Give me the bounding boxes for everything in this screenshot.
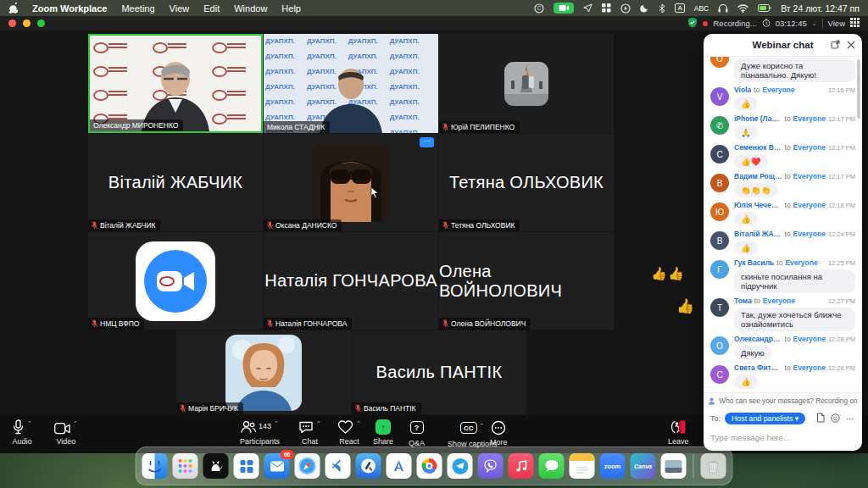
menu-view[interactable]: View [170, 3, 190, 14]
more-options-icon[interactable]: ⋯ [846, 414, 855, 424]
dock-launchpad[interactable] [173, 453, 198, 479]
menu-window[interactable]: Window [234, 3, 267, 14]
dock-cat-app[interactable] [203, 453, 229, 479]
close-chat-icon[interactable] [847, 37, 855, 53]
avatar: Ю [710, 202, 729, 221]
video-tile-olkhovyk[interactable]: Тетяна ОЛЬХОВИК Тетяна ОЛЬХОВИК [439, 134, 614, 231]
video-tile-pelypenko[interactable]: Юрій ПЕЛИПЕНКО [439, 34, 614, 133]
video-tile-danysko[interactable]: ⋯ Ок [264, 134, 438, 231]
dock-xcode[interactable] [356, 453, 381, 479]
status-play-circle-icon[interactable] [620, 3, 631, 14]
security-shield-icon[interactable] [687, 17, 698, 30]
status-moon-icon[interactable] [640, 3, 649, 13]
chat-button[interactable]: ⌃ Chat [298, 419, 321, 446]
menu-help[interactable]: Help [281, 3, 301, 14]
view-grid-icon[interactable] [850, 18, 860, 29]
chat-title: Webinar chat [753, 40, 814, 50]
participants-button[interactable]: 143 ⌃ Participants [240, 419, 280, 446]
video-caret-icon[interactable]: ⌃ [73, 419, 78, 428]
dock-messages[interactable] [539, 453, 565, 479]
message-bubble: Так, дуже хочеться ближче ознайомитись [734, 308, 855, 331]
to-label: To: [710, 414, 721, 423]
close-window-button[interactable] [8, 19, 16, 27]
chat-input[interactable]: Type message here... [704, 426, 862, 451]
video-button[interactable]: ⌃ Video [54, 419, 78, 446]
leave-button[interactable]: Leave [668, 419, 689, 446]
video-tile-stadnik[interactable]: ДУАПХП.ДУАПХП.ДУАПХП.ДУАПХП.ДУАПХП.ДУАПХ… [264, 34, 438, 133]
captions-icon: CC [460, 422, 477, 434]
captions-caret-icon[interactable]: ⌃ [480, 422, 485, 430]
recipient-selector[interactable]: Host and panelists ▾ [725, 413, 805, 424]
dock-music[interactable] [509, 453, 534, 479]
avatar: V [710, 87, 729, 106]
video-tile-mironenko[interactable]: Олександр МИРОНЕНКО [88, 34, 263, 133]
dock-windows-app[interactable] [234, 453, 259, 479]
camera-active-indicator-icon[interactable] [554, 3, 574, 14]
timer-caret-icon[interactable]: ⌄ [812, 20, 817, 27]
video-tile-zhabchyk[interactable]: Віталій ЖАБЧИК Віталій ЖАБЧИК [88, 134, 263, 231]
participants-icon [241, 419, 256, 435]
menu-app-name[interactable]: Zoom Workplace [32, 3, 107, 14]
dock-notes[interactable] [570, 453, 595, 479]
video-tile-pantik[interactable]: Василь ПАНТІК Василь ПАНТІК [352, 330, 526, 414]
chat-message-list[interactable]: дякуємо вам ... В Вадим РощинtoEveryone1… [704, 57, 862, 392]
webinar-chat-panel: Webinar chat дякуємо вам ... В Вадим Рощ… [704, 34, 862, 451]
status-bluetooth-icon[interactable] [659, 3, 665, 14]
dock-viber[interactable] [478, 453, 504, 479]
participant-display-name: Наталія ГОНЧАРОВА [264, 232, 438, 330]
tile-options-button[interactable]: ⋯ [420, 137, 434, 147]
fullscreen-window-button[interactable] [37, 19, 45, 27]
more-button[interactable]: More [490, 419, 508, 446]
recording-label[interactable]: Recording... [713, 19, 756, 28]
audio-caret-icon[interactable]: ⌃ [27, 419, 32, 428]
chat-message: V ViolatoEveryone12:16 PM 👍 [710, 86, 855, 111]
input-source-box[interactable]: А [675, 3, 684, 13]
dock-vscode[interactable] [326, 453, 351, 479]
status-headphones-icon[interactable] [718, 3, 728, 13]
status-c-circle-icon[interactable]: C [534, 3, 544, 14]
view-button-label[interactable]: View [828, 19, 845, 28]
video-label: Video [57, 437, 76, 446]
minimize-window-button[interactable] [23, 19, 31, 27]
dock-canva[interactable]: Canva [631, 453, 656, 479]
chat-bubble-icon [298, 419, 314, 435]
avatar: С [710, 365, 729, 384]
apple-menu-icon[interactable] [8, 3, 18, 14]
dock-photos[interactable] [661, 453, 687, 479]
dock-drafting-app[interactable] [387, 453, 412, 479]
window-controls[interactable] [8, 19, 45, 27]
dock-mail[interactable]: 66 [264, 453, 290, 479]
react-button[interactable]: ⌃ React [337, 419, 361, 446]
participant-display-name: Олена ВОЙНОЛОВИЧ [439, 232, 614, 330]
battery-icon[interactable] [758, 4, 771, 12]
status-grid-icon[interactable] [602, 3, 611, 13]
react-caret-icon[interactable]: ⌃ [356, 419, 361, 428]
dock-telegram[interactable] [448, 453, 473, 479]
menu-clock[interactable]: Вт 24 лют. 12:47 пп [781, 3, 860, 14]
qa-button[interactable]: ? Q&A [409, 419, 425, 447]
popout-chat-icon[interactable] [831, 37, 840, 53]
video-tile-brychuk[interactable]: Марія БРИЧУК [176, 330, 351, 414]
chat-caret-icon[interactable]: ⌃ [316, 419, 321, 428]
attach-file-icon[interactable] [816, 413, 825, 424]
video-tile-goncharova[interactable]: Наталія ГОНЧАРОВА Наталія ГОНЧАРОВА [264, 232, 438, 330]
dock-chrome[interactable] [417, 453, 442, 479]
participants-caret-icon[interactable]: ⌃ [274, 419, 279, 428]
wifi-icon[interactable] [737, 4, 748, 13]
thumbs-up-reaction: 👍 [676, 297, 694, 315]
audio-button[interactable]: ⌃ Audio [12, 419, 32, 446]
dock-trash[interactable] [701, 453, 726, 479]
dock-finder[interactable] [142, 453, 168, 479]
video-tile-nmc-vfpo[interactable]: НМЦ ВФПО [88, 232, 263, 330]
zoom-icon-label: zoom [604, 463, 621, 470]
dock-safari[interactable] [295, 453, 320, 479]
menu-edit[interactable]: Edit [203, 3, 220, 14]
video-tile-voinolovych[interactable]: Олена ВОЙНОЛОВИЧ Олена ВОЙНОЛОВИЧ [439, 232, 614, 330]
status-paperplane-icon[interactable] [583, 3, 593, 13]
menu-meeting[interactable]: Meeting [121, 3, 154, 14]
emoji-icon[interactable] [831, 413, 840, 424]
dock-zoom[interactable]: zoom [600, 453, 626, 479]
input-source-abc[interactable]: ABC [694, 4, 709, 13]
share-button[interactable]: ↑ Share [373, 419, 393, 446]
chat-scrollbar[interactable] [857, 59, 860, 119]
